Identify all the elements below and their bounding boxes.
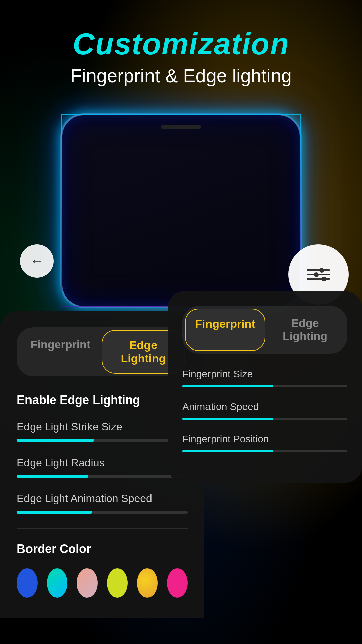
- fingerprint-size-group: Fingerprint Size: [182, 368, 347, 387]
- color-swatch-orange[interactable]: [137, 568, 158, 598]
- edge-light-animation-speed-fill: [17, 511, 92, 514]
- edge-light-strike-size-fill: [17, 439, 94, 442]
- phone-mockup-area: ←: [0, 103, 362, 318]
- tab-fingerprint-left[interactable]: Fingerprint: [19, 330, 102, 374]
- animation-speed-track[interactable]: [182, 418, 347, 420]
- phone-speaker: [161, 125, 201, 129]
- animation-speed-label: Animation Speed: [182, 401, 347, 412]
- color-swatch-blue[interactable]: [17, 568, 38, 598]
- back-button[interactable]: ←: [20, 244, 54, 278]
- animation-speed-group: Animation Speed: [182, 401, 347, 420]
- animation-speed-fill: [182, 418, 273, 420]
- fingerprint-position-track[interactable]: [182, 450, 347, 452]
- divider: [17, 528, 188, 529]
- edge-light-strike-size-track[interactable]: [17, 439, 188, 442]
- edge-light-animation-speed-label: Edge Light Animation Speed: [17, 492, 188, 505]
- edge-light-radius-track[interactable]: [17, 475, 188, 478]
- edge-light-strike-size-label: Edge Light Strike Size: [17, 421, 188, 433]
- color-swatch-magenta[interactable]: [167, 568, 188, 598]
- left-tab-row: Fingerprint Edge Lighting: [17, 327, 188, 376]
- fingerprint-position-label: Fingerprint Position: [182, 433, 347, 445]
- fingerprint-size-label: Fingerprint Size: [182, 368, 347, 380]
- sliders-icon: [307, 269, 330, 280]
- color-swatch-yellow-green[interactable]: [107, 568, 128, 598]
- enable-edge-lighting-label: Enable Edge Lighting: [17, 393, 188, 407]
- color-swatch-peach[interactable]: [77, 568, 98, 598]
- panels-area: Fingerprint Edge Lighting Enable Edge Li…: [0, 311, 362, 618]
- back-arrow-icon: ←: [29, 253, 44, 269]
- tab-edge-lighting-right[interactable]: Edge Lighting: [265, 309, 345, 351]
- right-tab-row: Fingerprint Edge Lighting: [182, 306, 347, 354]
- fingerprint-position-fill: [182, 450, 273, 452]
- color-swatches: [17, 568, 188, 598]
- edge-light-radius-group: Edge Light Radius: [17, 457, 188, 478]
- fingerprint-panel: Fingerprint Edge Lighting Fingerprint Si…: [168, 291, 362, 483]
- fingerprint-size-track[interactable]: [182, 385, 347, 387]
- edge-light-radius-label: Edge Light Radius: [17, 457, 188, 469]
- fingerprint-position-group: Fingerprint Position: [182, 433, 347, 452]
- fingerprint-size-fill: [182, 385, 273, 387]
- header: Customization Fingerprint & Edge lightin…: [70, 0, 292, 87]
- page-title: Customization: [70, 27, 292, 61]
- edge-light-animation-speed-track[interactable]: [17, 511, 188, 514]
- edge-light-radius-fill: [17, 475, 88, 478]
- color-swatch-cyan[interactable]: [47, 568, 68, 598]
- border-color-label: Border Color: [17, 542, 188, 556]
- phone-mockup: [60, 113, 302, 308]
- page-subtitle: Fingerprint & Edge lighting: [70, 65, 292, 87]
- edge-light-strike-size-group: Edge Light Strike Size: [17, 421, 188, 442]
- edge-light-animation-speed-group: Edge Light Animation Speed: [17, 492, 188, 514]
- tab-fingerprint-right[interactable]: Fingerprint: [185, 309, 265, 351]
